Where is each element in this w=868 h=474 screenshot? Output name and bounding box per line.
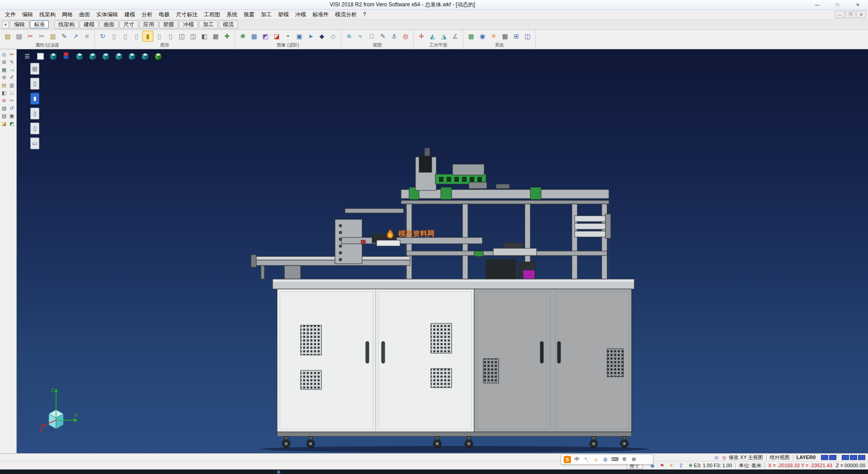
tab-0[interactable]: 编辑 [10, 20, 29, 28]
rotate-view-icon[interactable]: ◅ [8, 66, 15, 73]
system-window-icon[interactable]: ◫ [522, 31, 533, 42]
mdi-minimize-button[interactable]: — [835, 11, 844, 18]
menu-item-14[interactable]: 塑模 [275, 10, 292, 19]
view-top-cube-icon[interactable] [48, 51, 58, 61]
layer-swatch-group-0[interactable] [821, 455, 836, 460]
menu-item-11[interactable]: 系统 [223, 10, 241, 19]
view-center-icon[interactable]: ◎ [400, 31, 411, 42]
workplane-angle-icon[interactable]: ∠ [450, 31, 461, 42]
pencil-icon[interactable]: ✏ [8, 97, 15, 104]
tray-flag-icon[interactable]: ⚑ [659, 462, 665, 469]
shadow-icon[interactable]: ◩ [260, 31, 271, 42]
tab-6[interactable]: 应用 [139, 20, 158, 28]
display-mode-5-icon[interactable]: ▯ [30, 123, 39, 134]
close-button[interactable]: ✕ [848, 0, 868, 9]
pattern-icon[interactable]: ▧ [0, 112, 8, 119]
tab-8[interactable]: 冲模 [179, 20, 198, 28]
snap-grid-icon[interactable]: ⊞ [0, 58, 8, 66]
dynamic-rotate-icon[interactable]: ≋ [344, 31, 354, 42]
ime-toolbar[interactable]: S中°,☺◍⌨⚙⊞ [561, 454, 653, 465]
quick-select-icon[interactable]: ↗ [70, 31, 81, 42]
system-layers-icon[interactable]: ▩ [500, 31, 510, 42]
menu-item-15[interactable]: 冲模 [292, 10, 309, 19]
view-shaded-cube-icon[interactable] [153, 51, 163, 61]
hide-icon[interactable]: ⊘ [0, 97, 8, 104]
zoom-pen-icon[interactable]: ✎ [377, 31, 388, 42]
layer-swatch[interactable] [850, 455, 857, 460]
system-palette-icon[interactable]: ▦ [466, 31, 476, 42]
zoom-window-icon[interactable]: □ [366, 31, 377, 42]
print-icon[interactable]: ▤ [14, 31, 24, 42]
hatch-icon[interactable]: ▨ [0, 104, 8, 112]
mesh-icon[interactable]: ▦ [0, 66, 8, 73]
minimize-button[interactable]: — [807, 0, 827, 9]
absolute-view-label[interactable]: 绝对视图 [770, 454, 790, 461]
menu-item-13[interactable]: 加工 [258, 10, 275, 19]
view-front-cube-icon[interactable] [75, 51, 85, 61]
cut-active-icon[interactable]: ✂ [25, 31, 36, 42]
display-mode-3-icon[interactable]: ▮ [30, 93, 39, 104]
ime-grid-icon[interactable]: ⊞ [630, 456, 637, 463]
reflection-icon[interactable]: ◪ [271, 31, 282, 42]
machine-3d-model[interactable] [17, 49, 868, 453]
view-menu-icon[interactable]: ☰ [22, 51, 32, 61]
menu-item-17[interactable]: 模流分析 [332, 10, 360, 19]
add-view-icon[interactable]: ✚ [222, 31, 232, 42]
display-mode-1-icon[interactable]: ▤ [30, 63, 39, 75]
system-globe-icon[interactable]: ◉ [477, 31, 488, 42]
attributes-icon[interactable]: ▨ [2, 31, 13, 42]
background-icon[interactable]: ◆ [316, 31, 327, 42]
view-marker-icon[interactable] [61, 51, 71, 61]
ime-punct-icon[interactable]: °, [583, 456, 590, 463]
refresh-view-icon[interactable]: ↻ [97, 31, 108, 42]
tab-9[interactable]: 加工 [199, 20, 218, 28]
menu-item-10[interactable]: 工程图 [201, 10, 223, 19]
view-right-cube-icon[interactable] [114, 51, 124, 61]
tab-10[interactable]: 模流 [219, 20, 238, 28]
tab-5[interactable]: 尺寸 [119, 20, 138, 28]
cylinder-outline-icon[interactable]: ▯ [131, 31, 142, 42]
bounding-box-icon[interactable]: □ [8, 89, 15, 96]
gold-layer-icon[interactable]: ◪ [0, 120, 8, 127]
menu-item-9[interactable]: 尺寸标注 [173, 10, 201, 19]
cylinder-mixed-icon[interactable]: ▯ [165, 31, 176, 42]
ime-lang-icon[interactable]: 中 [573, 456, 580, 463]
document-icon[interactable]: ▥ [8, 81, 15, 89]
edit-filter-icon[interactable]: ✎ [59, 31, 70, 42]
layer-swatch[interactable] [858, 455, 865, 460]
menu-item-8[interactable]: 电极 [156, 10, 173, 19]
view-left-cube-icon[interactable] [101, 51, 111, 61]
maximize-button[interactable]: □ [827, 0, 848, 9]
menu-item-6[interactable]: 建模 [121, 10, 138, 19]
undo-icon[interactable]: ↺ [8, 104, 15, 112]
menu-item-18[interactable]: ? [360, 10, 369, 19]
view-anchor-icon[interactable]: ⚓ [389, 31, 400, 42]
sogou-icon[interactable]: S [564, 456, 571, 463]
menu-item-5[interactable]: 实体编辑 [93, 10, 121, 19]
target-icon[interactable]: ▣ [8, 112, 15, 119]
pen-icon[interactable]: ✐ [8, 74, 15, 81]
system-grid-icon[interactable]: ⊞ [511, 31, 522, 42]
view-back-cube-icon[interactable] [88, 51, 98, 61]
workplane-create-icon[interactable]: ✛ [416, 31, 427, 42]
tab-7[interactable]: 塑膜 [159, 20, 178, 28]
shaded-mode-icon[interactable]: ▮ [142, 31, 153, 42]
tray-app-icon[interactable]: ❖ [687, 462, 694, 469]
view-plane-icon[interactable] [35, 51, 45, 61]
system-settings-icon[interactable]: ✳ [488, 31, 499, 42]
tab-1[interactable]: 标准 [30, 20, 49, 28]
workplane-flip-icon[interactable]: ◮ [439, 31, 449, 42]
taskbar-app-icon[interactable]: ▣ [277, 469, 281, 474]
tab-3[interactable]: 建模 [80, 20, 99, 28]
display-mode-4-icon[interactable]: ▯ [30, 108, 39, 119]
half-shade-left-icon[interactable]: ◧ [0, 89, 8, 96]
texture-icon[interactable]: ▦ [249, 31, 259, 42]
view-iso-cube-icon[interactable] [127, 51, 137, 61]
tab-dropdown-button[interactable]: ▼ [2, 21, 9, 28]
layer-filter-icon[interactable]: ▥ [47, 31, 58, 42]
active-layer-label[interactable]: LAYER0 [797, 455, 816, 460]
display-mode-6-icon[interactable]: ▭ [30, 137, 39, 149]
layer-swatch[interactable] [821, 455, 828, 460]
layer-swatch[interactable] [842, 455, 849, 460]
cylinder-hidden-icon[interactable]: ▯ [120, 31, 131, 42]
